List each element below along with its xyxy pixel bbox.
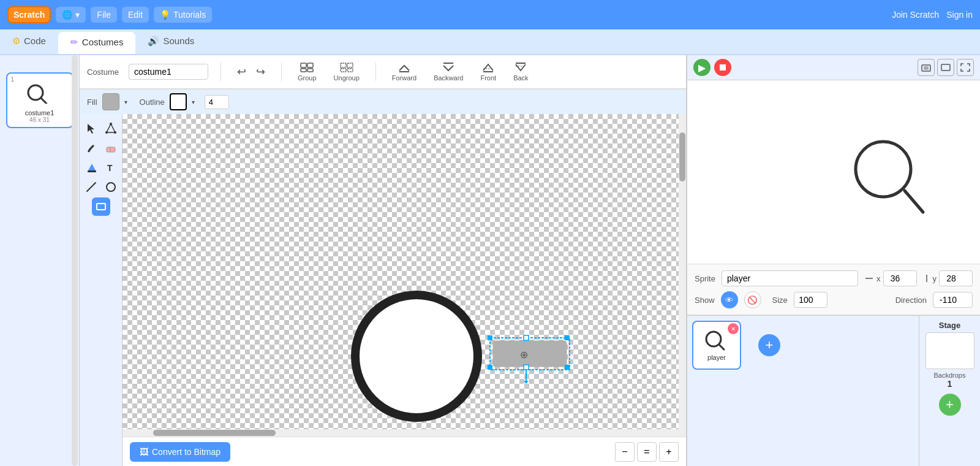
line-tool-btn[interactable] xyxy=(82,178,100,196)
zoom-out-btn[interactable]: − xyxy=(615,442,635,462)
svg-rect-29 xyxy=(493,341,567,367)
stage-thumbnail[interactable] xyxy=(925,332,974,369)
costume-list-scrollbar[interactable] xyxy=(72,55,78,466)
fill-label: Fill xyxy=(87,97,97,107)
full-stage-icon xyxy=(960,63,970,72)
ellipse-tool-btn[interactable] xyxy=(102,178,120,196)
sprite-show-row: Show 👁 🚫 Size Direction xyxy=(695,291,973,308)
convert-btn-label: Convert to Bitmap xyxy=(152,447,221,457)
convert-to-bitmap-btn[interactable]: 🖼 Convert to Bitmap xyxy=(130,442,230,462)
eraser-tool-btn[interactable] xyxy=(102,139,120,157)
show-visible-btn[interactable]: 👁 xyxy=(721,291,738,308)
sound-icon: 🔊 xyxy=(148,36,159,47)
left-editor: Costume ↩ ↪ Group xyxy=(80,55,686,466)
add-sprite-btn[interactable]: + xyxy=(758,334,780,356)
svg-marker-16 xyxy=(88,124,94,134)
sprite-name-input[interactable] xyxy=(722,270,858,286)
edit-menu-btn[interactable]: Edit xyxy=(122,7,149,23)
fill-color-swatch[interactable] xyxy=(102,93,119,110)
ungroup-btn[interactable]: Ungroup xyxy=(330,59,363,84)
svg-rect-32 xyxy=(565,335,570,340)
reshape-icon xyxy=(105,123,116,134)
delete-sprite-btn[interactable]: ✕ xyxy=(728,323,739,334)
svg-rect-23 xyxy=(88,170,96,172)
sign-in-link[interactable]: Sign in xyxy=(946,10,973,20)
fill-tool-btn[interactable] xyxy=(82,158,100,177)
scratch-logo[interactable]: Scratch xyxy=(7,6,51,23)
join-scratch-link[interactable]: Join Scratch xyxy=(892,10,939,20)
toolbar-separator xyxy=(221,63,221,81)
show-label: Show xyxy=(695,296,715,305)
edit-label: Edit xyxy=(128,10,143,20)
svg-rect-41 xyxy=(924,66,929,70)
x-arrow-icon xyxy=(864,275,874,282)
svg-line-48 xyxy=(719,345,724,350)
stage-control-buttons: ▶ ⏹ xyxy=(693,59,731,76)
lightbulb-icon: 💡 xyxy=(160,10,170,20)
green-flag-btn[interactable]: ▶ xyxy=(693,59,710,76)
tutorials-btn[interactable]: 💡 Tutorials xyxy=(154,7,212,23)
zoom-reset-btn[interactable]: = xyxy=(637,442,657,462)
ungroup-label: Ungroup xyxy=(334,74,360,82)
editor-main: T xyxy=(80,114,686,466)
scroll-thumb[interactable] xyxy=(153,430,276,436)
tab-costumes[interactable]: ✏ Costumes xyxy=(58,32,136,54)
svg-marker-39 xyxy=(524,381,529,384)
sprite-thumb-player[interactable]: ✕ player xyxy=(692,321,741,370)
size-input[interactable] xyxy=(794,292,827,308)
sprite-preview-svg xyxy=(703,329,731,351)
outline-color-swatch[interactable] xyxy=(170,93,187,110)
select-tool-btn[interactable] xyxy=(82,119,100,137)
forward-btn[interactable]: Forward xyxy=(388,59,420,84)
front-btn[interactable]: Front xyxy=(477,59,500,84)
tool-row-4 xyxy=(82,178,120,196)
stage-section: Stage Backdrops 1 + xyxy=(919,316,980,466)
tool-row-1 xyxy=(82,119,120,137)
outline-label: Outline xyxy=(140,97,165,107)
toolbar-sep2 xyxy=(281,63,282,81)
canvas-area[interactable]: ⊕ xyxy=(123,114,686,429)
tutorials-label: Tutorials xyxy=(173,10,206,20)
front-label: Front xyxy=(480,74,496,82)
brush-tool-btn[interactable] xyxy=(82,139,100,157)
bitmap-icon: 🖼 xyxy=(140,447,148,457)
direction-input[interactable] xyxy=(933,292,973,308)
zoom-in-btn[interactable]: + xyxy=(659,442,679,462)
x-coord-input[interactable] xyxy=(883,270,917,286)
text-tool-btn[interactable]: T xyxy=(102,158,120,177)
redo-btn[interactable]: ↪ xyxy=(252,63,269,81)
svg-rect-6 xyxy=(341,63,346,67)
file-menu-btn[interactable]: File xyxy=(91,7,117,23)
stop-btn[interactable]: ⏹ xyxy=(714,59,731,76)
reshape-tool-btn[interactable] xyxy=(102,119,120,137)
svg-point-43 xyxy=(856,142,911,197)
globe-language-btn[interactable]: 🌐 ▾ xyxy=(56,7,86,23)
show-hidden-btn[interactable]: 🚫 xyxy=(744,291,761,308)
rect-tool-btn[interactable] xyxy=(92,197,110,216)
add-backdrop-btn[interactable]: + xyxy=(939,394,961,416)
outline-width-input[interactable] xyxy=(205,95,229,109)
svg-rect-2 xyxy=(301,63,306,67)
undo-btn[interactable]: ↩ xyxy=(233,63,250,81)
editor-toolbar: Costume ↩ ↪ Group xyxy=(80,55,686,89)
backward-btn[interactable]: Backward xyxy=(430,59,467,84)
line-icon xyxy=(86,181,97,193)
x-label: x xyxy=(876,274,881,283)
canvas-horizontal-scrollbar[interactable] xyxy=(123,429,686,437)
y-coord-input[interactable] xyxy=(939,270,973,286)
tab-code[interactable]: ⚙ Code xyxy=(0,29,58,54)
sprite-thumb-name: player xyxy=(707,354,726,361)
vert-scroll-thumb[interactable] xyxy=(679,132,685,181)
costume-list-panel: 1 costume1 46 x 31 xyxy=(0,55,80,466)
group-btn[interactable]: Group xyxy=(294,59,320,84)
costume-name-input[interactable] xyxy=(129,64,208,80)
medium-stage-btn[interactable] xyxy=(937,59,954,76)
svg-point-26 xyxy=(107,183,115,191)
costume-item[interactable]: 1 costume1 46 x 31 xyxy=(6,72,74,128)
back-btn[interactable]: Back xyxy=(510,59,532,84)
full-stage-btn[interactable] xyxy=(957,59,974,76)
small-stage-btn[interactable] xyxy=(918,59,935,76)
canvas-vertical-scrollbar[interactable] xyxy=(679,114,686,429)
svg-text:⊕: ⊕ xyxy=(520,350,528,360)
tab-sounds[interactable]: 🔊 Sounds xyxy=(135,29,206,54)
